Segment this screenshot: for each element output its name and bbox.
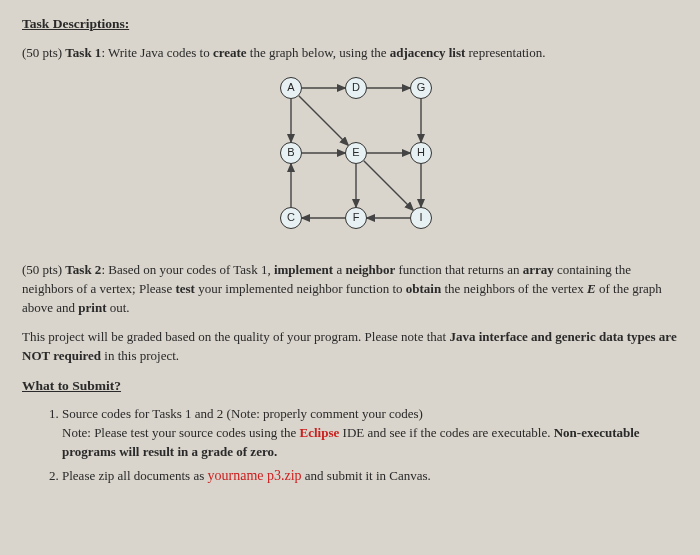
task2-out: out. [106, 300, 129, 315]
task2-obtain: obtain [406, 281, 441, 296]
task2-neighbor: neighbor [345, 262, 395, 277]
task2-array: array [523, 262, 554, 277]
task2-test: test [175, 281, 195, 296]
submit1-a: Source codes for Tasks 1 and 2 (Note: pr… [62, 406, 423, 421]
task2-text3: your implemented neighbor function to [195, 281, 406, 296]
submit2-name: yourname p3.zip [208, 468, 302, 483]
submit2-b: and submit it in Canvas. [302, 468, 431, 483]
task1-pts: (50 pts) [22, 45, 65, 60]
submit-list: Source codes for Tasks 1 and 2 (Note: pr… [22, 405, 678, 486]
task1-adj: adjacency list [390, 45, 465, 60]
task1-create: create [213, 45, 247, 60]
task2-colon: : Based on your codes of Task 1, [101, 262, 274, 277]
task2-E: E [587, 281, 596, 296]
task1-text1: Write Java codes to [108, 45, 213, 60]
task2-text4: the neighbors of the vertex [441, 281, 587, 296]
graph-box: ABCDEFGHI [250, 72, 450, 247]
grading-text1: This project will be graded based on the… [22, 329, 449, 344]
submit1-note-mid: IDE and see if the codes are executable. [339, 425, 553, 440]
graph-figure: ABCDEFGHI [22, 72, 678, 247]
submit2-a: Please zip all documents as [62, 468, 208, 483]
task2-a: a [333, 262, 345, 277]
graph-edge-E-I [364, 161, 413, 210]
task1-paragraph: (50 pts) Task 1: Write Java codes to cre… [22, 44, 678, 63]
list-item: Source codes for Tasks 1 and 2 (Note: pr… [62, 405, 678, 462]
grading-paragraph: This project will be graded based on the… [22, 328, 678, 366]
task1-text3: representation. [465, 45, 545, 60]
submit1-note-pre: Note: Please test your source codes usin… [62, 425, 300, 440]
task2-impl: implement [274, 262, 333, 277]
task2-label: Task 2 [65, 262, 101, 277]
grading-text2: in this project. [101, 348, 179, 363]
task2-text1: function that returns an [395, 262, 522, 277]
list-item: Please zip all documents as yourname p3.… [62, 466, 678, 486]
what-to-submit-heading: What to Submit? [22, 376, 678, 396]
task2-pts: (50 pts) [22, 262, 65, 277]
task-descriptions-heading: Task Descriptions: [22, 14, 678, 34]
task1-label: Task 1 [65, 45, 101, 60]
submit1-eclipse: Eclipse [300, 425, 340, 440]
graph-edge-A-E [299, 96, 348, 145]
task1-text2: the graph below, using the [247, 45, 390, 60]
task2-print: print [78, 300, 106, 315]
task2-paragraph: (50 pts) Task 2: Based on your codes of … [22, 261, 678, 318]
